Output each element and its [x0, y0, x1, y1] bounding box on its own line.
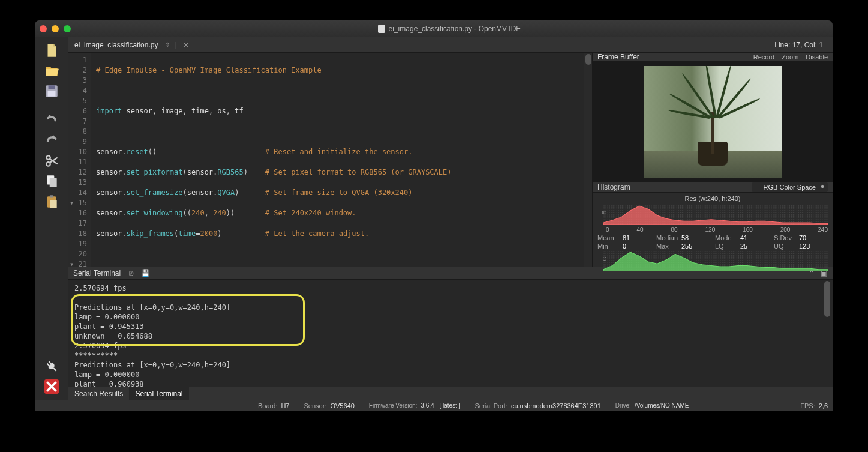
fw-value: 3.6.4 - [ latest ]: [421, 402, 460, 409]
document-icon: [378, 25, 385, 33]
fw-label: Firmware Version:: [369, 402, 418, 409]
bottom-tabs: Search Results Serial Terminal: [68, 387, 833, 400]
search-results-tab[interactable]: Search Results: [68, 387, 129, 400]
window-body: ei_image_classification.py ⇕ | ✕ Line: 1…: [35, 37, 833, 400]
terminal-clear-icon[interactable]: ⎚: [127, 269, 135, 277]
left-toolbar: [35, 37, 68, 400]
color-space-selector[interactable]: RGB Color Space: [752, 182, 828, 192]
svg-rect-2: [47, 91, 55, 97]
right-panel: Frame Buffer Record Zoom Disable: [593, 53, 833, 267]
tab-filename[interactable]: ei_image_classification.py: [72, 41, 160, 49]
fps-label: FPS:: [800, 402, 815, 409]
terminal-scrollbar[interactable]: [823, 281, 831, 385]
histogram-title: Histogram: [597, 183, 630, 191]
open-file-button[interactable]: [40, 61, 64, 80]
status-bar: Board:H7 Sensor:OV5640 Firmware Version:…: [35, 400, 833, 411]
histogram-g: G: [603, 251, 828, 271]
record-button[interactable]: Record: [753, 53, 774, 61]
drive-label: Drive:: [615, 402, 631, 409]
zoom-window-button[interactable]: [64, 25, 71, 32]
terminal-save-icon[interactable]: 💾: [141, 269, 149, 277]
cursor-position: Line: 17, Col: 1: [774, 41, 829, 49]
tab-switcher-icon[interactable]: ⇕: [164, 41, 171, 48]
editor-area: 1234567891011121314▾151617181920▾2122 # …: [68, 53, 833, 267]
titlebar: ei_image_classification.py - OpenMV IDE: [35, 20, 833, 37]
serial-terminal-tab[interactable]: Serial Terminal: [129, 387, 188, 400]
resolution-label: Res (w:240, h:240): [593, 193, 833, 205]
frame-buffer-title: Frame Buffer: [597, 53, 639, 61]
copy-button[interactable]: [40, 172, 64, 191]
new-file-button[interactable]: [40, 41, 64, 60]
board-value: H7: [281, 402, 289, 409]
close-window-button[interactable]: [40, 25, 47, 32]
sensor-value: OV5640: [330, 402, 354, 409]
zoom-button[interactable]: Zoom: [782, 53, 798, 61]
code-content[interactable]: # Edge Impulse - OpenMV Image Classifica…: [91, 53, 584, 267]
terminal-title: Serial Terminal: [73, 269, 121, 277]
terminal-output[interactable]: 2.570694 fps Predictions at [x=0,y=0,w=2…: [68, 280, 833, 387]
svg-rect-6: [49, 178, 56, 187]
redo-button[interactable]: [40, 131, 64, 150]
save-button[interactable]: [40, 82, 64, 101]
traffic-lights: [40, 25, 71, 32]
window-title-text: ei_image_classification.py - OpenMV IDE: [389, 25, 521, 33]
code-editor[interactable]: 1234567891011121314▾151617181920▾2122 # …: [68, 53, 593, 267]
disable-button[interactable]: Disable: [806, 53, 828, 61]
histogram-r: R: [603, 205, 828, 225]
port-value: cu.usbmodem3278364E31391: [511, 402, 601, 409]
board-label: Board:: [258, 402, 277, 409]
drive-value: /Volumes/NO NAME: [635, 402, 689, 409]
connect-button[interactable]: [40, 357, 64, 376]
disconnect-button[interactable]: [40, 377, 64, 396]
close-tab-button[interactable]: ✕: [181, 41, 191, 49]
minimize-window-button[interactable]: [52, 25, 59, 32]
svg-rect-8: [49, 195, 53, 197]
frame-buffer-header: Frame Buffer Record Zoom Disable: [593, 53, 833, 62]
ide-window: ei_image_classification.py - OpenMV IDE: [35, 20, 833, 411]
editor-tabbar: ei_image_classification.py ⇕ | ✕ Line: 1…: [68, 37, 833, 53]
undo-button[interactable]: [40, 110, 64, 130]
cut-button[interactable]: [40, 151, 64, 170]
sensor-label: Sensor:: [304, 402, 326, 409]
port-label: Serial Port:: [475, 402, 507, 409]
frame-buffer-image[interactable]: [593, 62, 833, 182]
editor-scrollbar[interactable]: [584, 53, 592, 267]
histogram-header: Histogram RGB Color Space: [593, 182, 833, 193]
fps-value: 2,6: [819, 402, 828, 409]
window-title: ei_image_classification.py - OpenMV IDE: [71, 25, 828, 33]
svg-rect-1: [48, 85, 55, 89]
main-area: ei_image_classification.py ⇕ | ✕ Line: 1…: [68, 37, 833, 400]
line-gutter: 1234567891011121314▾151617181920▾2122: [68, 53, 91, 267]
paste-button[interactable]: [40, 192, 64, 211]
svg-rect-9: [50, 200, 56, 208]
